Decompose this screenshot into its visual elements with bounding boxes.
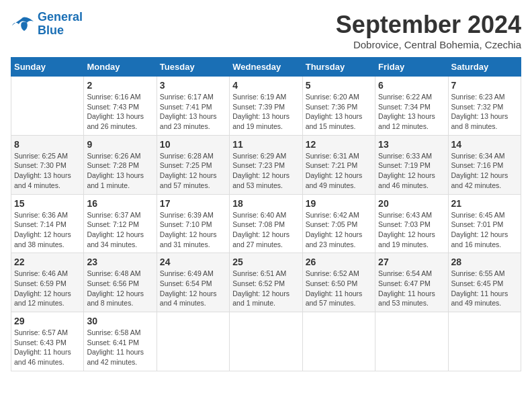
calendar-cell: 20Sunrise: 6:43 AM Sunset: 7:03 PM Dayli… xyxy=(375,194,448,253)
day-info: Sunrise: 6:28 AM Sunset: 7:25 PM Dayligh… xyxy=(160,151,226,191)
calendar-week-row: 29Sunrise: 6:57 AM Sunset: 6:43 PM Dayli… xyxy=(11,312,521,371)
day-number: 22 xyxy=(14,257,81,267)
calendar-cell: 17Sunrise: 6:39 AM Sunset: 7:10 PM Dayli… xyxy=(157,194,229,253)
calendar-cell: 25Sunrise: 6:51 AM Sunset: 6:52 PM Dayli… xyxy=(230,253,302,312)
calendar-cell: 15Sunrise: 6:36 AM Sunset: 7:14 PM Dayli… xyxy=(11,194,84,253)
title-block: September 2024 Dobrovice, Central Bohemi… xyxy=(336,11,521,50)
day-info: Sunrise: 6:16 AM Sunset: 7:43 PM Dayligh… xyxy=(87,92,153,132)
location: Dobrovice, Central Bohemia, Czechia xyxy=(336,39,521,50)
calendar-cell: 5Sunrise: 6:20 AM Sunset: 7:36 PM Daylig… xyxy=(302,77,375,136)
header-tuesday: Tuesday xyxy=(157,58,229,77)
day-info: Sunrise: 6:55 AM Sunset: 6:45 PM Dayligh… xyxy=(451,269,518,308)
calendar-cell: 18Sunrise: 6:40 AM Sunset: 7:08 PM Dayli… xyxy=(230,194,302,253)
calendar-week-row: 2Sunrise: 6:16 AM Sunset: 7:43 PM Daylig… xyxy=(11,77,521,136)
day-number: 4 xyxy=(232,80,299,91)
calendar-cell: 7Sunrise: 6:23 AM Sunset: 7:32 PM Daylig… xyxy=(448,77,521,136)
calendar-week-row: 22Sunrise: 6:46 AM Sunset: 6:59 PM Dayli… xyxy=(11,253,521,312)
day-info: Sunrise: 6:49 AM Sunset: 6:54 PM Dayligh… xyxy=(160,269,226,308)
day-number: 21 xyxy=(451,198,518,209)
day-number: 2 xyxy=(87,80,153,91)
day-number: 26 xyxy=(306,257,372,267)
calendar-cell xyxy=(302,312,375,371)
day-info: Sunrise: 6:34 AM Sunset: 7:16 PM Dayligh… xyxy=(451,151,518,191)
day-number: 5 xyxy=(306,80,372,91)
day-info: Sunrise: 6:39 AM Sunset: 7:10 PM Dayligh… xyxy=(160,210,226,250)
day-info: Sunrise: 6:52 AM Sunset: 6:50 PM Dayligh… xyxy=(306,269,372,308)
day-info: Sunrise: 6:48 AM Sunset: 6:56 PM Dayligh… xyxy=(87,269,153,308)
calendar-cell: 19Sunrise: 6:42 AM Sunset: 7:05 PM Dayli… xyxy=(302,194,375,253)
calendar-cell: 4Sunrise: 6:19 AM Sunset: 7:39 PM Daylig… xyxy=(230,77,302,136)
day-info: Sunrise: 6:51 AM Sunset: 6:52 PM Dayligh… xyxy=(232,269,299,308)
day-number: 3 xyxy=(160,80,226,91)
logo-line2: Blue xyxy=(38,24,83,38)
logo-line1: General xyxy=(38,11,83,24)
day-info: Sunrise: 6:45 AM Sunset: 7:01 PM Dayligh… xyxy=(451,210,518,250)
day-info: Sunrise: 6:42 AM Sunset: 7:05 PM Dayligh… xyxy=(306,210,372,250)
day-number: 20 xyxy=(378,198,445,209)
day-info: Sunrise: 6:36 AM Sunset: 7:14 PM Dayligh… xyxy=(14,210,81,250)
calendar-cell xyxy=(157,312,229,371)
calendar-cell: 22Sunrise: 6:46 AM Sunset: 6:59 PM Dayli… xyxy=(11,253,84,312)
calendar-cell: 23Sunrise: 6:48 AM Sunset: 6:56 PM Dayli… xyxy=(84,253,157,312)
day-info: Sunrise: 6:31 AM Sunset: 7:21 PM Dayligh… xyxy=(306,151,372,191)
calendar-cell xyxy=(375,312,448,371)
calendar-cell: 27Sunrise: 6:54 AM Sunset: 6:47 PM Dayli… xyxy=(375,253,448,312)
header-sunday: Sunday xyxy=(11,58,84,77)
calendar-cell: 9Sunrise: 6:26 AM Sunset: 7:28 PM Daylig… xyxy=(84,135,157,194)
calendar-cell: 14Sunrise: 6:34 AM Sunset: 7:16 PM Dayli… xyxy=(448,135,521,194)
day-number: 27 xyxy=(378,257,445,267)
header-thursday: Thursday xyxy=(302,58,375,77)
day-number: 15 xyxy=(14,198,81,209)
day-number: 25 xyxy=(232,257,299,267)
day-info: Sunrise: 6:54 AM Sunset: 6:47 PM Dayligh… xyxy=(378,269,445,308)
day-number: 10 xyxy=(160,139,226,150)
calendar-cell: 8Sunrise: 6:25 AM Sunset: 7:30 PM Daylig… xyxy=(11,135,84,194)
calendar-cell: 24Sunrise: 6:49 AM Sunset: 6:54 PM Dayli… xyxy=(157,253,229,312)
page-header: General Blue September 2024 Dobrovice, C… xyxy=(11,11,521,50)
header-wednesday: Wednesday xyxy=(230,58,302,77)
month-title: September 2024 xyxy=(336,11,521,39)
day-info: Sunrise: 6:20 AM Sunset: 7:36 PM Dayligh… xyxy=(306,92,372,132)
day-info: Sunrise: 6:25 AM Sunset: 7:30 PM Dayligh… xyxy=(14,151,81,191)
day-number: 9 xyxy=(87,139,153,150)
calendar-cell: 12Sunrise: 6:31 AM Sunset: 7:21 PM Dayli… xyxy=(302,135,375,194)
day-number: 18 xyxy=(232,198,299,209)
day-info: Sunrise: 6:17 AM Sunset: 7:41 PM Dayligh… xyxy=(160,92,226,132)
weekday-header-row: Sunday Monday Tuesday Wednesday Thursday… xyxy=(11,58,521,77)
day-info: Sunrise: 6:33 AM Sunset: 7:19 PM Dayligh… xyxy=(378,151,445,191)
logo: General Blue xyxy=(11,11,83,38)
day-number: 13 xyxy=(378,139,445,150)
day-number: 7 xyxy=(451,80,518,91)
calendar-cell: 21Sunrise: 6:45 AM Sunset: 7:01 PM Dayli… xyxy=(448,194,521,253)
day-info: Sunrise: 6:57 AM Sunset: 6:43 PM Dayligh… xyxy=(14,328,81,367)
calendar-cell xyxy=(448,312,521,371)
calendar-week-row: 15Sunrise: 6:36 AM Sunset: 7:14 PM Dayli… xyxy=(11,194,521,253)
header-monday: Monday xyxy=(84,58,157,77)
day-number: 29 xyxy=(14,316,81,326)
calendar-cell: 6Sunrise: 6:22 AM Sunset: 7:34 PM Daylig… xyxy=(375,77,448,136)
calendar-cell: 3Sunrise: 6:17 AM Sunset: 7:41 PM Daylig… xyxy=(157,77,229,136)
calendar-cell: 11Sunrise: 6:29 AM Sunset: 7:23 PM Dayli… xyxy=(230,135,302,194)
day-number: 30 xyxy=(87,316,153,326)
day-info: Sunrise: 6:43 AM Sunset: 7:03 PM Dayligh… xyxy=(378,210,445,250)
day-number: 28 xyxy=(451,257,518,267)
day-info: Sunrise: 6:40 AM Sunset: 7:08 PM Dayligh… xyxy=(232,210,299,250)
day-info: Sunrise: 6:22 AM Sunset: 7:34 PM Dayligh… xyxy=(378,92,445,132)
day-number: 24 xyxy=(160,257,226,267)
day-info: Sunrise: 6:58 AM Sunset: 6:41 PM Dayligh… xyxy=(87,328,153,367)
calendar-cell xyxy=(11,77,84,136)
day-number: 12 xyxy=(306,139,372,150)
day-number: 23 xyxy=(87,257,153,267)
day-info: Sunrise: 6:23 AM Sunset: 7:32 PM Dayligh… xyxy=(451,92,518,132)
calendar-cell: 16Sunrise: 6:37 AM Sunset: 7:12 PM Dayli… xyxy=(84,194,157,253)
calendar-week-row: 8Sunrise: 6:25 AM Sunset: 7:30 PM Daylig… xyxy=(11,135,521,194)
day-number: 6 xyxy=(378,80,445,91)
calendar-cell: 28Sunrise: 6:55 AM Sunset: 6:45 PM Dayli… xyxy=(448,253,521,312)
calendar-cell: 29Sunrise: 6:57 AM Sunset: 6:43 PM Dayli… xyxy=(11,312,84,371)
day-number: 11 xyxy=(232,139,299,150)
calendar-cell: 13Sunrise: 6:33 AM Sunset: 7:19 PM Dayli… xyxy=(375,135,448,194)
day-info: Sunrise: 6:19 AM Sunset: 7:39 PM Dayligh… xyxy=(232,92,299,132)
calendar-table: Sunday Monday Tuesday Wednesday Thursday… xyxy=(11,57,521,371)
day-info: Sunrise: 6:46 AM Sunset: 6:59 PM Dayligh… xyxy=(14,269,81,308)
day-number: 16 xyxy=(87,198,153,209)
